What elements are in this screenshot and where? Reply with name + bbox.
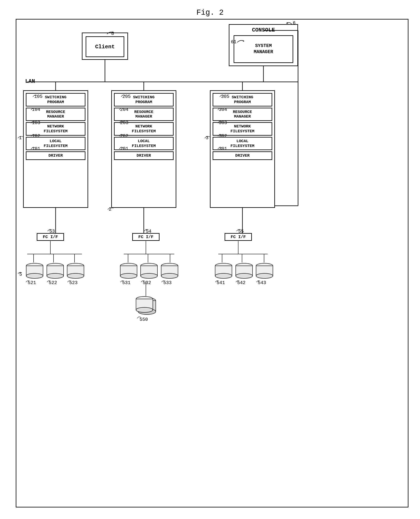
svg-point-35 bbox=[67, 273, 84, 278]
disk-523 bbox=[66, 262, 85, 281]
svg-point-59 bbox=[136, 307, 153, 312]
figure-title: Fig. 2 bbox=[196, 8, 224, 17]
console-box: CONSOLE SYSTEMMANAGER bbox=[229, 24, 298, 66]
disk-533 bbox=[160, 262, 179, 281]
svg-point-41 bbox=[141, 273, 158, 278]
fc-if-55: FC I/F bbox=[225, 233, 252, 241]
disk-521 bbox=[25, 262, 44, 281]
lan-label: LAN bbox=[25, 78, 35, 84]
disk-550 bbox=[134, 296, 158, 317]
ref-61: 61 bbox=[231, 39, 236, 45]
console-label: CONSOLE bbox=[229, 27, 297, 33]
disk-543 bbox=[255, 262, 274, 281]
disk-542 bbox=[235, 262, 254, 281]
diagram: Fig. 2 6 CONSOLE SYSTEMMANAGER 61 Client… bbox=[0, 0, 420, 519]
svg-point-38 bbox=[120, 273, 137, 278]
node1-driver: DRIVER bbox=[26, 151, 85, 160]
system-manager-label: SYSTEMMANAGER bbox=[254, 43, 273, 55]
node2-driver: DRIVER bbox=[114, 151, 173, 160]
svg-point-44 bbox=[161, 273, 178, 278]
fc-if-53: FC I/F bbox=[37, 233, 64, 241]
client-box: Client bbox=[82, 32, 128, 60]
ref-8-arrow bbox=[106, 30, 115, 35]
svg-point-32 bbox=[47, 273, 64, 278]
disk-541 bbox=[214, 262, 233, 281]
svg-point-47 bbox=[215, 273, 232, 278]
svg-point-53 bbox=[256, 273, 273, 278]
svg-point-29 bbox=[26, 273, 43, 278]
client-label: Client bbox=[86, 36, 124, 57]
disk-522 bbox=[46, 262, 65, 281]
svg-point-50 bbox=[236, 273, 253, 278]
ref-61-arrow bbox=[236, 38, 246, 44]
disk-531 bbox=[119, 262, 138, 281]
disk-532 bbox=[140, 262, 158, 281]
